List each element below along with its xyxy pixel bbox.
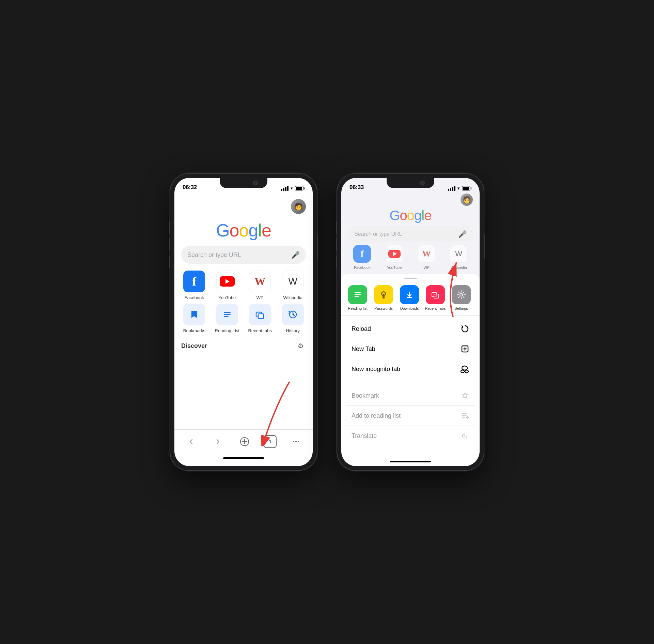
bookmark-star-icon: [461, 391, 469, 400]
facebook-icon-1: f: [183, 271, 205, 292]
add-reading-list-text: Add to reading list: [352, 412, 401, 419]
time-2: 06:33: [349, 184, 364, 191]
svg-point-22: [462, 366, 467, 370]
time-1: 06:32: [183, 184, 197, 191]
more-button-1[interactable]: [289, 434, 303, 449]
settings-label: Settings: [454, 306, 468, 310]
home-indicator-2: [341, 457, 480, 466]
sheet-icon-reading-list[interactable]: Reading list: [346, 285, 369, 310]
browser-home-1: 🧑 Google Search or type URL 🎤 f Facebo: [174, 193, 313, 466]
avatar-2[interactable]: 🧑: [461, 194, 473, 206]
phone-1: 06:32 ▾ 🧑 Google: [170, 174, 317, 470]
avatar-area-1: 🧑: [174, 196, 313, 217]
search-bar-1[interactable]: Search or type URL 🎤: [181, 246, 306, 264]
sh-fb-2: f Facebook: [346, 245, 378, 270]
phone-screen-1: 06:32 ▾ 🧑 Google: [174, 178, 313, 466]
new-tab-button-1[interactable]: [237, 434, 252, 449]
svg-point-14: [383, 294, 385, 296]
settings-gear-1[interactable]: ⚙: [296, 341, 306, 351]
tab-count-button-1[interactable]: 1: [264, 435, 277, 448]
signal-icon-1: [281, 186, 289, 191]
add-reading-list-icon: [461, 411, 469, 420]
menu-translate[interactable]: Translate G T: [345, 426, 476, 446]
svg-point-8: [295, 441, 297, 442]
history-label-1: History: [286, 328, 300, 333]
svg-point-9: [298, 441, 299, 442]
incognito-icon: [460, 365, 469, 373]
shortcut-recent-tabs-1[interactable]: Recent tabs: [244, 304, 277, 333]
wikipedia-icon-1: W: [282, 271, 304, 292]
menu-incognito[interactable]: New incognito tab: [345, 359, 476, 379]
forward-button-1[interactable]: [211, 434, 225, 449]
menu-reload[interactable]: Reload: [345, 319, 476, 339]
sheet-icon-settings[interactable]: Settings: [450, 285, 473, 310]
svg-rect-27: [462, 417, 465, 418]
recent-tabs-label-1: Recent tabs: [248, 328, 272, 333]
discover-row-1: Discover ⚙: [174, 337, 313, 354]
sh-yt-2: YouTube: [378, 245, 411, 270]
shortcut-history-1[interactable]: History: [277, 304, 310, 333]
downloads-label: Downloads: [400, 306, 419, 310]
wifi-icon-2: ▾: [457, 186, 460, 191]
new-tab-icon: [461, 344, 469, 353]
svg-rect-12: [355, 294, 361, 295]
back-button-1[interactable]: [184, 434, 199, 449]
shortcut-wp-1[interactable]: W WP: [244, 271, 277, 300]
front-camera-2: [420, 181, 425, 185]
search-placeholder-1: Search or type URL: [187, 251, 241, 259]
shortcut-reading-list-1[interactable]: Reading List: [211, 304, 244, 333]
google-logo-2: Google: [345, 207, 476, 227]
shortcut-wikipedia-1[interactable]: W Wikipedia: [277, 271, 310, 300]
svg-rect-19: [434, 294, 439, 298]
sheet-icon-passwords[interactable]: Passwords: [372, 285, 395, 310]
svg-rect-16: [383, 297, 385, 298]
shortcuts-partial-2: f Facebook YouTube W WP: [345, 245, 476, 272]
sheet-icon-downloads[interactable]: Downloads: [398, 285, 421, 310]
svg-rect-15: [383, 296, 385, 298]
menu-new-tab[interactable]: New Tab: [345, 339, 476, 359]
menu-section-2: Bookmark Add to reading list: [345, 386, 476, 446]
recent-tabs-icon-2: [426, 285, 445, 304]
battery-icon-1: [295, 186, 305, 190]
menu-add-reading-list[interactable]: Add to reading list: [345, 406, 476, 426]
context-menu-sheet: Reading list Passwords: [341, 274, 480, 466]
bookmark-text: Bookmark: [352, 392, 379, 399]
home-bar-2: [390, 461, 431, 462]
home-bar-1: [223, 457, 264, 459]
menu-bookmark[interactable]: Bookmark: [345, 386, 476, 406]
svg-rect-25: [462, 413, 467, 414]
settings-icon: [452, 285, 471, 304]
svg-rect-26: [462, 415, 467, 416]
shortcut-bookmarks-1[interactable]: Bookmarks: [178, 304, 211, 333]
svg-point-7: [293, 441, 294, 442]
svg-rect-17: [407, 297, 412, 298]
svg-point-23: [461, 370, 464, 373]
shortcut-facebook-1[interactable]: f Facebook: [178, 271, 211, 300]
home-indicator-1: [174, 453, 313, 463]
discover-content-1: [174, 354, 313, 429]
youtube-icon-1: [216, 271, 238, 292]
downloads-icon: [400, 285, 419, 304]
recent-tabs-icon-1: [249, 304, 271, 325]
wp-label-1: WP: [256, 295, 264, 300]
sheet-spacer: [341, 449, 480, 457]
sh-wiki-2: W Wikipedia: [443, 245, 475, 270]
sheet-icon-recent-tabs[interactable]: Recent Tabs: [424, 285, 447, 310]
front-camera-1: [253, 181, 258, 185]
reading-list-icon-1: [216, 304, 238, 325]
wifi-icon-1: ▾: [291, 186, 293, 191]
mic-icon-1[interactable]: 🎤: [291, 251, 300, 259]
shortcuts-row1-1: f Facebook YouTube W: [174, 271, 313, 304]
svg-rect-4: [258, 314, 264, 319]
notch-2: [387, 178, 434, 188]
svg-point-24: [465, 370, 468, 373]
shortcut-youtube-1[interactable]: YouTube: [211, 271, 244, 300]
google-logo-1: Google: [174, 217, 313, 246]
translate-icon: G T: [461, 431, 469, 440]
avatar-1[interactable]: 🧑: [291, 199, 306, 214]
search-bar-2[interactable]: Search or type URL 🎤: [348, 227, 473, 242]
facebook-label-1: Facebook: [185, 295, 204, 300]
bookmarks-icon-1: [183, 304, 205, 325]
reading-list-icon-2: [348, 285, 367, 304]
sheet-icon-row: Reading list Passwords: [341, 282, 480, 316]
